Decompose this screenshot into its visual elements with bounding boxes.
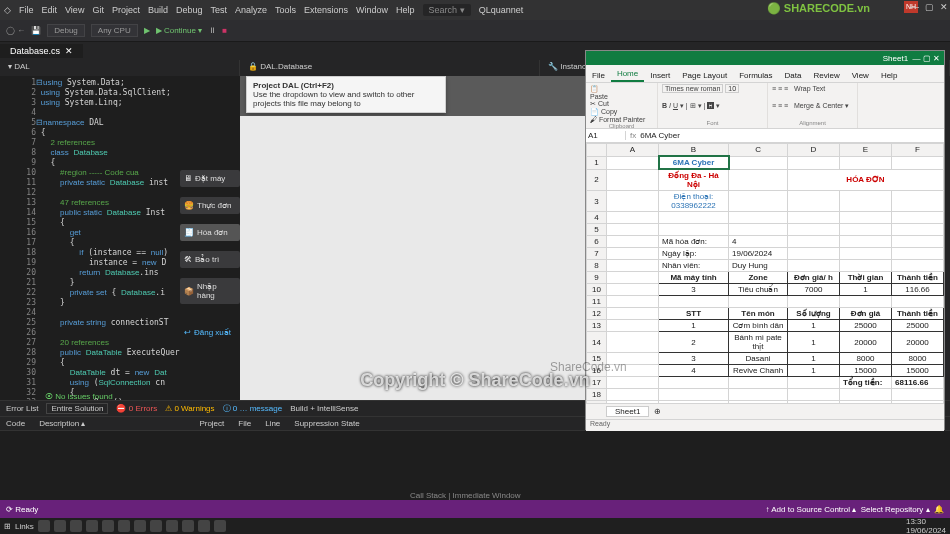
taskbar-app-icon[interactable] <box>166 520 178 532</box>
tab-pagelayout[interactable]: Page Layout <box>676 69 733 82</box>
menu-build[interactable]: Build <box>148 5 168 15</box>
sheet1-tab[interactable]: Sheet1 <box>606 406 649 417</box>
taskbar-app-icon[interactable] <box>214 520 226 532</box>
sidebar-bao-tri[interactable]: 🛠 Bảo trì <box>180 251 240 268</box>
sidebar-dang-xuat[interactable]: ↩ Đăng xuất <box>180 324 240 341</box>
excel-ribbon: 📋Paste ✂ Cut📄 Copy🖌 Format Painter Clipb… <box>586 83 944 129</box>
taskbar-app-icon[interactable] <box>38 520 50 532</box>
output-panel <box>0 430 950 500</box>
taskbar-app-icon[interactable] <box>54 520 66 532</box>
sidebar-thuc-don[interactable]: 🍔 Thực đơn <box>180 197 240 214</box>
taskbar-app-icon[interactable] <box>70 520 82 532</box>
tab-data[interactable]: Data <box>779 69 808 82</box>
select-repo-button[interactable]: Select Repository ▴ <box>861 505 930 514</box>
cut-button[interactable]: Cut <box>598 100 609 107</box>
taskbar-app-icon[interactable] <box>134 520 146 532</box>
formula-bar[interactable]: A1 fx 6MA Cyber <box>586 129 944 143</box>
tray-time[interactable]: 13:3019/06/2024 <box>906 517 946 534</box>
window-close-icon[interactable]: ✕ <box>940 2 948 12</box>
solution-name: QLquannet <box>479 5 524 15</box>
menu-edit[interactable]: Edit <box>42 5 58 15</box>
font-name-combo[interactable]: Times new roman <box>662 84 723 93</box>
taskbar-app-icon[interactable] <box>198 520 210 532</box>
tab-insert[interactable]: Insert <box>644 69 676 82</box>
wrap-text-button[interactable]: Wrap Text <box>794 85 825 92</box>
taskbar-links[interactable]: Links <box>15 522 34 531</box>
sidebar-hoa-don[interactable]: 🧾 Hóa đơn <box>180 224 240 241</box>
tab-review[interactable]: Review <box>807 69 845 82</box>
save-icon[interactable]: 💾 <box>31 26 41 35</box>
taskbar-app-icon[interactable] <box>118 520 130 532</box>
add-sheet-icon[interactable]: ⊕ <box>649 407 660 416</box>
windows-taskbar: ⊞ Links 13:3019/06/2024 <box>0 518 950 534</box>
project-tooltip: Project DAL (Ctrl+F2) Use the dropdown t… <box>246 76 446 113</box>
start-icon[interactable]: ⊞ <box>4 522 11 531</box>
sidebar-dat-may[interactable]: 🖥 Đặt máy <box>180 170 240 187</box>
debug-stop-icon[interactable]: ■ <box>222 26 227 35</box>
no-issues: ⦿ No issues found <box>45 392 113 401</box>
fx-icon[interactable]: fx <box>626 131 640 140</box>
excel-max-icon[interactable]: ▢ <box>923 54 931 63</box>
menu-search[interactable]: Search ▾ <box>423 4 471 16</box>
menu-git[interactable]: Git <box>92 5 104 15</box>
window-max-icon[interactable]: ▢ <box>925 2 934 12</box>
tab-home[interactable]: Home <box>611 67 644 82</box>
menu-tools[interactable]: Tools <box>275 5 296 15</box>
menu-help[interactable]: Help <box>396 5 415 15</box>
taskbar-app-icon[interactable] <box>102 520 114 532</box>
taskbar-app-icon[interactable] <box>86 520 98 532</box>
debug-continue-icon[interactable]: ▶ Continue ▾ <box>156 26 202 35</box>
debug-pause-icon[interactable]: ⏸ <box>208 26 216 35</box>
excel-sheet[interactable]: ABCDEF16MA Cyber2Đống Đa - Hà NộiHÓA ĐƠN… <box>586 143 944 403</box>
excel-ribbon-tabs: File Home Insert Page Layout Formulas Da… <box>586 65 944 83</box>
formula-input[interactable]: 6MA Cyber <box>640 131 680 140</box>
name-box[interactable]: A1 <box>586 131 626 140</box>
font-size-combo[interactable]: 10 <box>725 84 739 93</box>
excel-status: Ready <box>586 419 944 431</box>
vs-logo: ◇ <box>4 5 11 15</box>
source-control-button[interactable]: ↑ Add to Source Control ▴ <box>765 505 856 514</box>
tab-database-cs[interactable]: Database.cs ✕ <box>0 44 83 58</box>
app-sidebar: 🖥 Đặt máy 🍔 Thực đơn 🧾 Hóa đơn 🛠 Bảo trì… <box>180 170 240 341</box>
menu-debug[interactable]: Debug <box>176 5 203 15</box>
nav-class-combo[interactable]: 🔒 DAL.Database <box>240 60 540 76</box>
vs-toolbar: ◯ ← 💾 Debug Any CPU ▶ ▶ Continue ▾ ⏸ ■ <box>0 20 950 42</box>
format-painter-button[interactable]: Format Painter <box>599 116 645 123</box>
tab-view[interactable]: View <box>846 69 875 82</box>
menu-project[interactable]: Project <box>112 5 140 15</box>
menu-extensions[interactable]: Extensions <box>304 5 348 15</box>
line-numbers: 1234567891011121314151617181920212223242… <box>12 76 36 416</box>
copy-button[interactable]: Copy <box>601 108 617 115</box>
excel-close-icon[interactable]: ✕ <box>933 54 940 63</box>
taskbar-app-icon[interactable] <box>182 520 194 532</box>
callstack-tabs[interactable]: Call Stack | Immediate Window <box>410 491 521 500</box>
scope-combo[interactable]: Entire Solution <box>46 403 108 414</box>
sheet-tabs: Sheet1 ⊕ <box>586 403 944 419</box>
sidebar-nhap-hang[interactable]: 📦 Nhập hàng <box>180 278 240 304</box>
merge-center-button[interactable]: Merge & Center ▾ <box>794 102 849 109</box>
config-combo[interactable]: Debug <box>47 24 85 37</box>
excel-window: Sheet1 — ▢ ✕ File Home Insert Page Layou… <box>585 50 945 430</box>
nav-namespace-combo[interactable]: ▾ DAL <box>0 60 240 76</box>
nav-back-icon[interactable]: ◯ ← <box>6 26 25 35</box>
paste-button[interactable]: Paste <box>590 93 608 100</box>
menu-window[interactable]: Window <box>356 5 388 15</box>
sharecode-logo: 🟢 SHARECODE.vn <box>767 2 870 15</box>
taskbar-app-icon[interactable] <box>150 520 162 532</box>
window-min-icon[interactable]: — <box>910 2 919 12</box>
tab-file[interactable]: File <box>586 69 611 82</box>
platform-combo[interactable]: Any CPU <box>91 24 138 37</box>
menu-test[interactable]: Test <box>210 5 227 15</box>
excel-min-icon[interactable]: — <box>913 54 921 63</box>
start-button[interactable]: ▶ <box>144 26 150 35</box>
menu-view[interactable]: View <box>65 5 84 15</box>
tab-help[interactable]: Help <box>875 69 903 82</box>
tab-formulas[interactable]: Formulas <box>733 69 778 82</box>
vs-status-bar: ⟳ Ready ↑ Add to Source Control ▴ Select… <box>0 500 950 518</box>
menu-analyze[interactable]: Analyze <box>235 5 267 15</box>
excel-titlebar: Sheet1 — ▢ ✕ <box>586 51 944 65</box>
menu-file[interactable]: File <box>19 5 34 15</box>
